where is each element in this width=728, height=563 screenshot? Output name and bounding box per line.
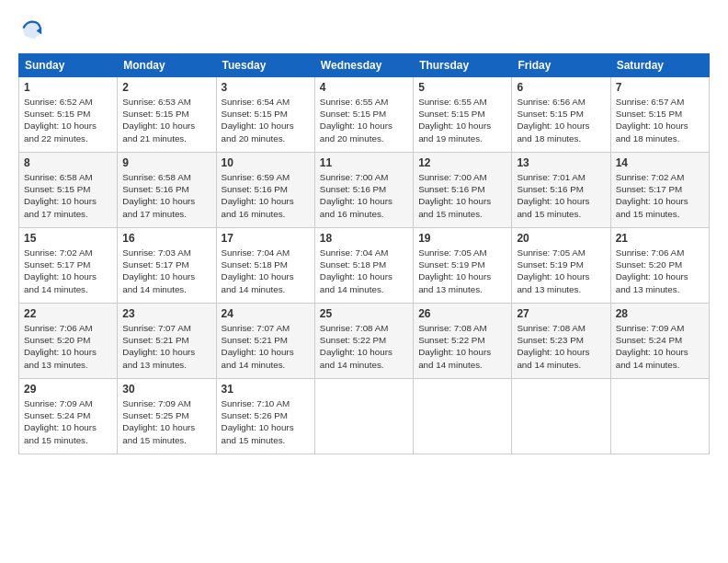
calendar-cell: 24Sunrise: 7:07 AMSunset: 5:21 PMDayligh… bbox=[216, 304, 314, 379]
calendar-cell: 5Sunrise: 6:55 AMSunset: 5:15 PMDaylight… bbox=[414, 77, 512, 153]
calendar-cell: 18Sunrise: 7:04 AMSunset: 5:18 PMDayligh… bbox=[314, 228, 413, 304]
day-number: 5 bbox=[418, 81, 506, 94]
day-info: Sunrise: 7:09 AMSunset: 5:25 PMDaylight:… bbox=[122, 397, 210, 446]
day-info: Sunrise: 6:54 AMSunset: 5:15 PMDaylight:… bbox=[222, 96, 310, 144]
day-number: 30 bbox=[122, 383, 210, 396]
calendar-cell: 14Sunrise: 7:02 AMSunset: 5:17 PMDayligh… bbox=[610, 153, 709, 228]
calendar-cell: 13Sunrise: 7:01 AMSunset: 5:16 PMDayligh… bbox=[512, 153, 610, 228]
day-info: Sunrise: 7:08 AMSunset: 5:22 PMDaylight:… bbox=[418, 322, 506, 371]
day-number: 26 bbox=[418, 307, 506, 320]
day-number: 3 bbox=[222, 81, 310, 94]
day-number: 2 bbox=[122, 81, 210, 94]
calendar-cell: 20Sunrise: 7:05 AMSunset: 5:19 PMDayligh… bbox=[512, 228, 610, 304]
day-number: 20 bbox=[517, 232, 605, 245]
day-info: Sunrise: 7:04 AMSunset: 5:18 PMDaylight:… bbox=[320, 247, 408, 295]
calendar-cell: 3Sunrise: 6:54 AMSunset: 5:15 PMDaylight… bbox=[216, 77, 314, 153]
calendar-cell: 23Sunrise: 7:07 AMSunset: 5:21 PMDayligh… bbox=[118, 304, 216, 379]
day-info: Sunrise: 7:10 AMSunset: 5:26 PMDaylight:… bbox=[222, 397, 310, 446]
calendar-cell bbox=[314, 379, 413, 454]
calendar-cell: 8Sunrise: 6:58 AMSunset: 5:15 PMDaylight… bbox=[19, 153, 118, 228]
calendar-cell bbox=[414, 379, 512, 454]
calendar-week-1: 1Sunrise: 6:52 AMSunset: 5:15 PMDaylight… bbox=[19, 77, 710, 153]
calendar-cell: 11Sunrise: 7:00 AMSunset: 5:16 PMDayligh… bbox=[314, 153, 413, 228]
column-header-friday: Friday bbox=[512, 54, 610, 77]
calendar-cell: 27Sunrise: 7:08 AMSunset: 5:23 PMDayligh… bbox=[512, 304, 610, 379]
calendar-cell: 12Sunrise: 7:00 AMSunset: 5:16 PMDayligh… bbox=[414, 153, 512, 228]
column-header-wednesday: Wednesday bbox=[314, 54, 413, 77]
column-header-saturday: Saturday bbox=[610, 54, 709, 77]
day-info: Sunrise: 7:02 AMSunset: 5:17 PMDaylight:… bbox=[24, 247, 112, 295]
calendar-header-row: SundayMondayTuesdayWednesdayThursdayFrid… bbox=[19, 54, 710, 77]
day-number: 10 bbox=[222, 156, 310, 169]
day-number: 23 bbox=[122, 307, 210, 320]
day-info: Sunrise: 7:07 AMSunset: 5:21 PMDaylight:… bbox=[122, 322, 210, 371]
day-info: Sunrise: 6:52 AMSunset: 5:15 PMDaylight:… bbox=[24, 96, 112, 144]
day-info: Sunrise: 7:04 AMSunset: 5:18 PMDaylight:… bbox=[222, 247, 310, 295]
day-number: 8 bbox=[24, 156, 112, 169]
column-header-sunday: Sunday bbox=[19, 54, 118, 77]
day-info: Sunrise: 7:09 AMSunset: 5:24 PMDaylight:… bbox=[24, 397, 112, 446]
day-number: 28 bbox=[616, 307, 704, 320]
calendar-cell: 29Sunrise: 7:09 AMSunset: 5:24 PMDayligh… bbox=[19, 379, 118, 454]
calendar-cell: 2Sunrise: 6:53 AMSunset: 5:15 PMDaylight… bbox=[118, 77, 216, 153]
day-number: 12 bbox=[418, 156, 506, 169]
column-header-tuesday: Tuesday bbox=[216, 54, 314, 77]
day-info: Sunrise: 7:02 AMSunset: 5:17 PMDaylight:… bbox=[616, 171, 704, 220]
calendar-week-4: 22Sunrise: 7:06 AMSunset: 5:20 PMDayligh… bbox=[19, 304, 710, 379]
logo-icon bbox=[18, 17, 44, 42]
calendar-cell: 10Sunrise: 6:59 AMSunset: 5:16 PMDayligh… bbox=[216, 153, 314, 228]
day-info: Sunrise: 7:00 AMSunset: 5:16 PMDaylight:… bbox=[320, 171, 408, 220]
calendar-cell: 16Sunrise: 7:03 AMSunset: 5:17 PMDayligh… bbox=[118, 228, 216, 304]
calendar-cell: 9Sunrise: 6:58 AMSunset: 5:16 PMDaylight… bbox=[118, 153, 216, 228]
day-number: 25 bbox=[320, 307, 408, 320]
day-number: 11 bbox=[320, 156, 408, 169]
logo bbox=[18, 17, 48, 42]
day-info: Sunrise: 7:05 AMSunset: 5:19 PMDaylight:… bbox=[517, 247, 605, 295]
calendar-cell: 6Sunrise: 6:56 AMSunset: 5:15 PMDaylight… bbox=[512, 77, 610, 153]
calendar-cell: 17Sunrise: 7:04 AMSunset: 5:18 PMDayligh… bbox=[216, 228, 314, 304]
calendar-cell: 30Sunrise: 7:09 AMSunset: 5:25 PMDayligh… bbox=[118, 379, 216, 454]
day-info: Sunrise: 7:08 AMSunset: 5:23 PMDaylight:… bbox=[517, 322, 605, 371]
day-info: Sunrise: 7:06 AMSunset: 5:20 PMDaylight:… bbox=[616, 247, 704, 295]
day-info: Sunrise: 7:06 AMSunset: 5:20 PMDaylight:… bbox=[24, 322, 112, 371]
calendar-cell: 28Sunrise: 7:09 AMSunset: 5:24 PMDayligh… bbox=[610, 304, 709, 379]
calendar-cell: 22Sunrise: 7:06 AMSunset: 5:20 PMDayligh… bbox=[19, 304, 118, 379]
day-info: Sunrise: 6:53 AMSunset: 5:15 PMDaylight:… bbox=[122, 96, 210, 144]
day-info: Sunrise: 7:05 AMSunset: 5:19 PMDaylight:… bbox=[418, 247, 506, 295]
day-number: 1 bbox=[24, 81, 112, 94]
calendar-cell: 4Sunrise: 6:55 AMSunset: 5:15 PMDaylight… bbox=[314, 77, 413, 153]
column-header-thursday: Thursday bbox=[414, 54, 512, 77]
calendar-cell: 15Sunrise: 7:02 AMSunset: 5:17 PMDayligh… bbox=[19, 228, 118, 304]
calendar-cell bbox=[512, 379, 610, 454]
day-number: 29 bbox=[24, 383, 112, 396]
calendar-table: SundayMondayTuesdayWednesdayThursdayFrid… bbox=[18, 53, 710, 454]
calendar-cell: 7Sunrise: 6:57 AMSunset: 5:15 PMDaylight… bbox=[610, 77, 709, 153]
day-number: 31 bbox=[222, 383, 310, 396]
day-number: 22 bbox=[24, 307, 112, 320]
day-info: Sunrise: 6:58 AMSunset: 5:16 PMDaylight:… bbox=[122, 171, 210, 220]
column-header-monday: Monday bbox=[118, 54, 216, 77]
calendar-cell: 31Sunrise: 7:10 AMSunset: 5:26 PMDayligh… bbox=[216, 379, 314, 454]
day-number: 13 bbox=[517, 156, 605, 169]
day-number: 7 bbox=[616, 81, 704, 94]
calendar-week-2: 8Sunrise: 6:58 AMSunset: 5:15 PMDaylight… bbox=[19, 153, 710, 228]
day-number: 18 bbox=[320, 232, 408, 245]
day-number: 16 bbox=[122, 232, 210, 245]
day-info: Sunrise: 7:08 AMSunset: 5:22 PMDaylight:… bbox=[320, 322, 408, 371]
day-info: Sunrise: 6:55 AMSunset: 5:15 PMDaylight:… bbox=[418, 96, 506, 144]
day-info: Sunrise: 7:09 AMSunset: 5:24 PMDaylight:… bbox=[616, 322, 704, 371]
calendar-week-3: 15Sunrise: 7:02 AMSunset: 5:17 PMDayligh… bbox=[19, 228, 710, 304]
calendar-cell: 26Sunrise: 7:08 AMSunset: 5:22 PMDayligh… bbox=[414, 304, 512, 379]
day-info: Sunrise: 6:57 AMSunset: 5:15 PMDaylight:… bbox=[616, 96, 704, 144]
day-number: 21 bbox=[616, 232, 704, 245]
calendar-week-5: 29Sunrise: 7:09 AMSunset: 5:24 PMDayligh… bbox=[19, 379, 710, 454]
calendar-cell: 21Sunrise: 7:06 AMSunset: 5:20 PMDayligh… bbox=[610, 228, 709, 304]
day-number: 6 bbox=[517, 81, 605, 94]
calendar-cell: 1Sunrise: 6:52 AMSunset: 5:15 PMDaylight… bbox=[19, 77, 118, 153]
day-info: Sunrise: 6:58 AMSunset: 5:15 PMDaylight:… bbox=[24, 171, 112, 220]
day-info: Sunrise: 7:03 AMSunset: 5:17 PMDaylight:… bbox=[122, 247, 210, 295]
day-info: Sunrise: 6:55 AMSunset: 5:15 PMDaylight:… bbox=[320, 96, 408, 144]
day-info: Sunrise: 6:56 AMSunset: 5:15 PMDaylight:… bbox=[517, 96, 605, 144]
calendar-cell: 25Sunrise: 7:08 AMSunset: 5:22 PMDayligh… bbox=[314, 304, 413, 379]
day-info: Sunrise: 7:07 AMSunset: 5:21 PMDaylight:… bbox=[222, 322, 310, 371]
